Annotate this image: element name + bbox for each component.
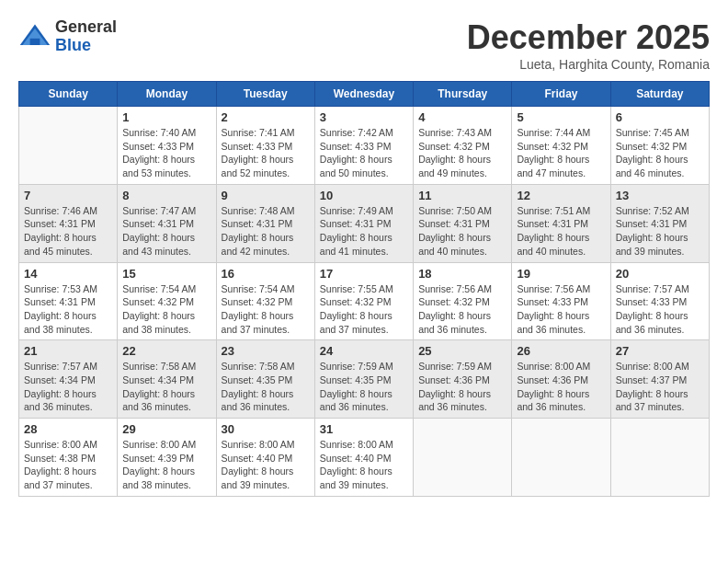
day-number: 24 bbox=[320, 344, 408, 358]
calendar-cell: 29Sunrise: 8:00 AM Sunset: 4:39 PM Dayli… bbox=[118, 419, 216, 497]
calendar-cell: 5Sunrise: 7:44 AM Sunset: 4:32 PM Daylig… bbox=[512, 107, 610, 185]
day-number: 11 bbox=[418, 189, 506, 202]
week-row-4: 21Sunrise: 7:57 AM Sunset: 4:34 PM Dayli… bbox=[19, 340, 710, 419]
day-number: 31 bbox=[320, 422, 408, 436]
day-info: Sunrise: 7:48 AM Sunset: 4:31 PM Dayligh… bbox=[222, 204, 310, 259]
day-info: Sunrise: 7:45 AM Sunset: 4:32 PM Dayligh… bbox=[616, 126, 704, 180]
calendar-cell: 22Sunrise: 7:58 AM Sunset: 4:34 PM Dayli… bbox=[118, 340, 216, 419]
weekday-header-thursday: Thursday bbox=[414, 82, 512, 107]
calendar-cell bbox=[414, 419, 512, 497]
day-info: Sunrise: 7:43 AM Sunset: 4:32 PM Dayligh… bbox=[418, 126, 506, 180]
week-row-5: 28Sunrise: 8:00 AM Sunset: 4:38 PM Dayli… bbox=[19, 419, 710, 497]
calendar-cell: 13Sunrise: 7:52 AM Sunset: 4:31 PM Dayli… bbox=[610, 184, 709, 262]
logo-general-text: General bbox=[55, 17, 117, 36]
day-number: 14 bbox=[24, 267, 112, 281]
day-number: 15 bbox=[122, 267, 210, 281]
day-info: Sunrise: 7:58 AM Sunset: 4:35 PM Dayligh… bbox=[222, 360, 310, 414]
calendar-cell: 7Sunrise: 7:46 AM Sunset: 4:31 PM Daylig… bbox=[19, 184, 118, 262]
day-info: Sunrise: 8:00 AM Sunset: 4:38 PM Dayligh… bbox=[24, 438, 112, 492]
page-header: General Blue December 2025 Lueta, Harghi… bbox=[18, 18, 710, 72]
calendar-cell: 26Sunrise: 8:00 AM Sunset: 4:36 PM Dayli… bbox=[512, 340, 610, 419]
calendar-cell: 20Sunrise: 7:57 AM Sunset: 4:33 PM Dayli… bbox=[610, 262, 709, 340]
day-number: 25 bbox=[418, 344, 506, 358]
svg-rect-2 bbox=[30, 39, 40, 45]
day-info: Sunrise: 7:40 AM Sunset: 4:33 PM Dayligh… bbox=[122, 126, 210, 180]
day-info: Sunrise: 7:51 AM Sunset: 4:31 PM Dayligh… bbox=[517, 204, 605, 259]
day-info: Sunrise: 7:52 AM Sunset: 4:31 PM Dayligh… bbox=[616, 204, 704, 259]
weekday-header-friday: Friday bbox=[512, 82, 610, 107]
calendar-cell: 30Sunrise: 8:00 AM Sunset: 4:40 PM Dayli… bbox=[216, 419, 314, 497]
day-info: Sunrise: 7:42 AM Sunset: 4:33 PM Dayligh… bbox=[320, 126, 408, 180]
day-number: 17 bbox=[320, 267, 408, 281]
calendar-cell: 11Sunrise: 7:50 AM Sunset: 4:31 PM Dayli… bbox=[414, 184, 512, 262]
calendar-cell: 12Sunrise: 7:51 AM Sunset: 4:31 PM Dayli… bbox=[512, 184, 610, 262]
location-text: Lueta, Harghita County, Romania bbox=[467, 57, 710, 72]
day-number: 7 bbox=[24, 189, 112, 202]
calendar-cell: 1Sunrise: 7:40 AM Sunset: 4:33 PM Daylig… bbox=[118, 107, 216, 185]
day-info: Sunrise: 7:44 AM Sunset: 4:32 PM Dayligh… bbox=[517, 126, 605, 180]
day-number: 4 bbox=[418, 110, 506, 124]
day-info: Sunrise: 8:00 AM Sunset: 4:36 PM Dayligh… bbox=[517, 360, 605, 414]
logo: General Blue bbox=[18, 18, 117, 55]
week-row-2: 7Sunrise: 7:46 AM Sunset: 4:31 PM Daylig… bbox=[19, 184, 710, 262]
calendar-cell: 10Sunrise: 7:49 AM Sunset: 4:31 PM Dayli… bbox=[314, 184, 413, 262]
title-block: December 2025 Lueta, Harghita County, Ro… bbox=[467, 18, 710, 72]
day-info: Sunrise: 7:41 AM Sunset: 4:33 PM Dayligh… bbox=[222, 126, 310, 180]
calendar-cell: 14Sunrise: 7:53 AM Sunset: 4:31 PM Dayli… bbox=[19, 262, 118, 340]
calendar-cell: 3Sunrise: 7:42 AM Sunset: 4:33 PM Daylig… bbox=[314, 107, 413, 185]
calendar-cell: 27Sunrise: 8:00 AM Sunset: 4:37 PM Dayli… bbox=[610, 340, 709, 419]
calendar-cell: 15Sunrise: 7:54 AM Sunset: 4:32 PM Dayli… bbox=[118, 262, 216, 340]
weekday-header-tuesday: Tuesday bbox=[216, 82, 314, 107]
day-number: 30 bbox=[222, 422, 310, 436]
day-number: 28 bbox=[24, 422, 112, 436]
calendar-cell: 4Sunrise: 7:43 AM Sunset: 4:32 PM Daylig… bbox=[414, 107, 512, 185]
day-info: Sunrise: 8:00 AM Sunset: 4:37 PM Dayligh… bbox=[616, 360, 704, 414]
calendar-cell bbox=[610, 419, 709, 497]
calendar-cell: 9Sunrise: 7:48 AM Sunset: 4:31 PM Daylig… bbox=[216, 184, 314, 262]
calendar-cell: 6Sunrise: 7:45 AM Sunset: 4:32 PM Daylig… bbox=[610, 107, 709, 185]
day-info: Sunrise: 7:55 AM Sunset: 4:32 PM Dayligh… bbox=[320, 282, 408, 337]
weekday-header-saturday: Saturday bbox=[610, 82, 709, 107]
day-info: Sunrise: 7:50 AM Sunset: 4:31 PM Dayligh… bbox=[418, 204, 506, 259]
calendar-cell: 8Sunrise: 7:47 AM Sunset: 4:31 PM Daylig… bbox=[118, 184, 216, 262]
calendar-cell: 2Sunrise: 7:41 AM Sunset: 4:33 PM Daylig… bbox=[216, 107, 314, 185]
day-info: Sunrise: 7:59 AM Sunset: 4:35 PM Dayligh… bbox=[320, 360, 408, 414]
day-number: 6 bbox=[616, 110, 704, 124]
day-number: 10 bbox=[320, 189, 408, 202]
day-number: 18 bbox=[418, 267, 506, 281]
day-info: Sunrise: 7:56 AM Sunset: 4:32 PM Dayligh… bbox=[418, 282, 506, 337]
day-number: 23 bbox=[222, 344, 310, 358]
day-number: 3 bbox=[320, 110, 408, 124]
day-number: 26 bbox=[517, 344, 605, 358]
day-number: 5 bbox=[517, 110, 605, 124]
calendar-cell: 24Sunrise: 7:59 AM Sunset: 4:35 PM Dayli… bbox=[314, 340, 413, 419]
weekday-header-sunday: Sunday bbox=[19, 82, 118, 107]
day-number: 20 bbox=[616, 267, 704, 281]
day-number: 27 bbox=[616, 344, 704, 358]
day-info: Sunrise: 7:54 AM Sunset: 4:32 PM Dayligh… bbox=[122, 282, 210, 337]
logo-blue-text: Blue bbox=[55, 36, 91, 54]
day-info: Sunrise: 8:00 AM Sunset: 4:40 PM Dayligh… bbox=[222, 438, 310, 492]
month-title: December 2025 bbox=[467, 18, 710, 57]
calendar-cell: 16Sunrise: 7:54 AM Sunset: 4:32 PM Dayli… bbox=[216, 262, 314, 340]
day-info: Sunrise: 7:59 AM Sunset: 4:36 PM Dayligh… bbox=[418, 360, 506, 414]
day-info: Sunrise: 8:00 AM Sunset: 4:39 PM Dayligh… bbox=[122, 438, 210, 492]
day-number: 19 bbox=[517, 267, 605, 281]
day-number: 12 bbox=[517, 189, 605, 202]
day-number: 2 bbox=[222, 110, 310, 124]
calendar-cell: 23Sunrise: 7:58 AM Sunset: 4:35 PM Dayli… bbox=[216, 340, 314, 419]
logo-icon bbox=[18, 20, 51, 53]
calendar-cell: 31Sunrise: 8:00 AM Sunset: 4:40 PM Dayli… bbox=[314, 419, 413, 497]
day-info: Sunrise: 7:57 AM Sunset: 4:33 PM Dayligh… bbox=[616, 282, 704, 337]
calendar-cell bbox=[19, 107, 118, 185]
day-info: Sunrise: 7:49 AM Sunset: 4:31 PM Dayligh… bbox=[320, 204, 408, 259]
calendar-cell: 25Sunrise: 7:59 AM Sunset: 4:36 PM Dayli… bbox=[414, 340, 512, 419]
day-info: Sunrise: 7:58 AM Sunset: 4:34 PM Dayligh… bbox=[122, 360, 210, 414]
day-info: Sunrise: 7:47 AM Sunset: 4:31 PM Dayligh… bbox=[122, 204, 210, 259]
day-number: 13 bbox=[616, 189, 704, 202]
day-info: Sunrise: 7:46 AM Sunset: 4:31 PM Dayligh… bbox=[24, 204, 112, 259]
calendar-table: SundayMondayTuesdayWednesdayThursdayFrid… bbox=[18, 81, 710, 497]
calendar-cell: 19Sunrise: 7:56 AM Sunset: 4:33 PM Dayli… bbox=[512, 262, 610, 340]
weekday-header-monday: Monday bbox=[118, 82, 216, 107]
calendar-cell bbox=[512, 419, 610, 497]
